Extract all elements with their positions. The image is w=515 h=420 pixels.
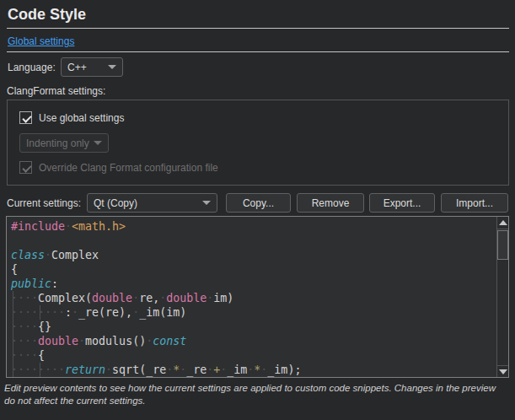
code-preview-content[interactable]: #include·<math.h>class·Complex{public:··… xyxy=(7,217,496,377)
code-token-txt: { xyxy=(38,349,45,362)
language-label: Language: xyxy=(8,62,56,73)
code-token-ws: · xyxy=(65,220,72,233)
code-line: ····double·modulus()·const xyxy=(11,334,496,348)
copy-button[interactable]: Copy... xyxy=(226,193,291,213)
indent-guide xyxy=(40,363,40,377)
indent-guide xyxy=(40,305,40,320)
import-button[interactable]: Import... xyxy=(441,193,508,213)
code-token-txt: _im(im) xyxy=(139,306,186,319)
code-line: ········:·_re(re),·_im(im) xyxy=(11,305,496,320)
code-token-ws: · xyxy=(45,249,51,261)
use-global-settings-label: Use global settings xyxy=(39,112,124,124)
chevron-down-icon xyxy=(202,201,211,205)
code-line: ····{ xyxy=(11,348,496,363)
code-token-ws: · xyxy=(72,306,78,319)
code-token-txt: { xyxy=(11,263,18,276)
code-token-ws: ···· xyxy=(11,349,38,362)
code-token-kw: class xyxy=(11,249,45,261)
code-token-ws: · xyxy=(159,292,166,304)
use-global-settings-row[interactable]: Use global settings xyxy=(19,111,124,124)
code-token-str: <math.h> xyxy=(72,220,126,233)
preview-hint-line2: do not affect the current settings. xyxy=(4,396,146,406)
code-token-txt: {} xyxy=(38,320,51,333)
code-token-type: double xyxy=(92,292,132,304)
chevron-down-icon xyxy=(108,65,116,69)
code-token-kw: return xyxy=(65,363,105,376)
code-token-ws: · xyxy=(132,292,139,304)
override-config-checkbox xyxy=(19,161,32,174)
editor-scrollbar[interactable] xyxy=(496,217,508,377)
code-token-txt: Complex xyxy=(51,249,99,261)
code-token-ws: ···· xyxy=(11,335,38,347)
clangformat-groupbox: Use global settings Indenting only Overr… xyxy=(7,100,509,186)
code-token-txt: : xyxy=(65,306,72,319)
preview-hint-line1: Edit preview contents to see how the cur… xyxy=(4,383,496,393)
code-token-type: double xyxy=(38,335,78,347)
checkmark-icon xyxy=(22,113,31,122)
preview-hint-text: Edit preview contents to see how the cur… xyxy=(4,382,511,407)
code-token-ws: · xyxy=(166,363,173,376)
code-token-ws: · xyxy=(180,363,186,376)
code-token-ws: · xyxy=(132,306,139,319)
remove-button[interactable]: Remove xyxy=(297,193,364,213)
override-config-row: Override Clang Format configuration file xyxy=(19,161,218,174)
language-select[interactable]: C++ xyxy=(61,57,123,77)
clangformat-settings-label: ClangFormat settings: xyxy=(7,85,105,97)
triangle-up-icon xyxy=(499,220,507,225)
code-token-ws: · xyxy=(105,363,112,376)
code-line: ····Complex(double·re,·double·im) xyxy=(11,291,496,305)
code-token-txt: _re(re), xyxy=(78,306,132,319)
checkmark-icon xyxy=(22,163,31,172)
code-token-txt: im) xyxy=(213,292,233,304)
link-separator xyxy=(7,51,509,52)
chevron-down-icon xyxy=(94,141,102,145)
code-preview-editor[interactable]: #include·<math.h>class·Complex{public:··… xyxy=(6,216,509,378)
code-token-op: * xyxy=(173,363,180,376)
code-style-settings-page: Code Style Global settings Language: C++… xyxy=(0,0,515,420)
code-token-ws: ···· xyxy=(11,292,38,304)
scrollbar-thumb[interactable] xyxy=(497,230,508,260)
global-settings-link[interactable]: Global settings xyxy=(8,35,74,47)
scrollbar-up-button[interactable] xyxy=(497,217,508,229)
code-token-ws: ········ xyxy=(11,363,65,376)
code-token-ws: ········ xyxy=(11,306,65,319)
code-token-kw: const xyxy=(153,335,186,347)
code-token-txt: _im xyxy=(227,363,247,376)
code-line: { xyxy=(11,262,496,277)
current-settings-value: Qt (Copy) xyxy=(94,197,137,209)
code-token-type: double xyxy=(166,292,207,304)
code-token-txt: modulus() xyxy=(85,335,146,347)
use-global-settings-checkbox[interactable] xyxy=(19,111,32,124)
code-line: class·Complex xyxy=(11,248,496,262)
title-separator xyxy=(7,28,509,29)
override-config-label: Override Clang Format configuration file xyxy=(39,162,218,174)
indent-guide xyxy=(13,291,13,377)
code-token-txt: re, xyxy=(139,292,159,304)
code-token-ws: · xyxy=(78,335,85,347)
current-settings-select[interactable]: Qt (Copy) xyxy=(87,193,217,213)
code-line: #include·<math.h> xyxy=(11,219,496,234)
clangformat-mode-select: Indenting only xyxy=(19,133,109,153)
code-line: ········return·sqrt(_re·*·_re·+·_im·*·_i… xyxy=(11,363,496,377)
code-token-txt: Complex( xyxy=(38,292,92,304)
clangformat-mode-value: Indenting only xyxy=(26,137,89,149)
triangle-down-icon xyxy=(499,369,507,374)
code-token-ws: ···· xyxy=(11,320,38,333)
export-button[interactable]: Export... xyxy=(369,193,435,213)
scrollbar-down-button[interactable] xyxy=(497,365,508,377)
code-token-kw: public xyxy=(11,277,51,290)
code-line xyxy=(11,234,496,248)
code-token-ws: · xyxy=(146,335,153,347)
code-line: public: xyxy=(11,277,496,291)
language-select-value: C++ xyxy=(67,62,87,73)
code-token-txt: _im); xyxy=(267,363,301,376)
current-settings-label: Current settings: xyxy=(7,197,81,209)
code-token-pre: #include xyxy=(11,220,65,233)
page-title: Code Style xyxy=(8,6,86,24)
code-token-txt: : xyxy=(51,277,58,290)
code-line: ····{} xyxy=(11,320,496,334)
code-token-txt: _re xyxy=(186,363,207,376)
code-token-txt: sqrt(_re xyxy=(112,363,166,376)
